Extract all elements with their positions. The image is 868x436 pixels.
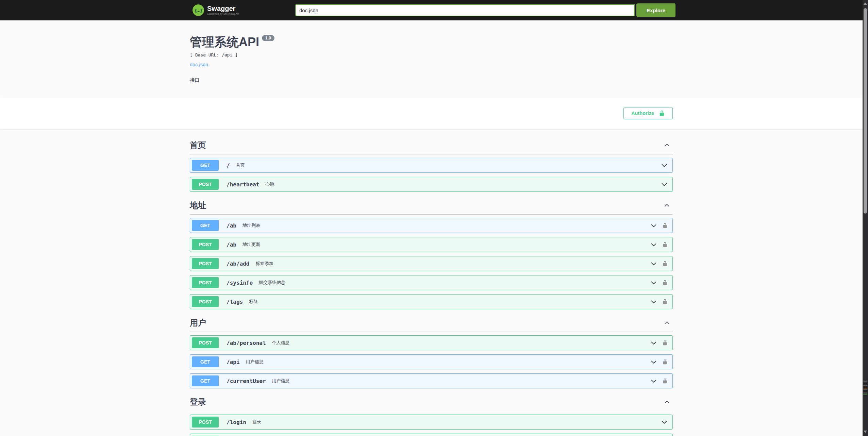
spec-json-link[interactable]: doc.json [190,62,208,67]
operation-row[interactable]: POST/ab/add标签添加 [190,256,673,271]
chevron-down-icon [650,260,657,267]
unlock-icon [659,110,665,116]
spec-url-form: Explore [295,3,675,17]
method-badge: POST [192,239,219,250]
topbar: {…} Swagger Supported by SMARTBEAR Explo… [0,0,868,20]
operation-summary: 登录 [252,419,261,425]
operation-path: /ab/personal [227,340,266,346]
chevron-down-icon [650,222,657,229]
operation-path: /sysinfo [227,280,253,286]
operation-row[interactable]: GET/ab地址列表 [190,218,673,233]
api-description: 接口 [190,77,673,83]
operations-area: 首页GET/首页POST/heartbeat心跳地址GET/ab地址列表POST… [0,129,863,436]
operation-summary: 提交系统信息 [259,280,285,286]
swagger-logo[interactable]: {…} Swagger Supported by SMARTBEAR [193,4,239,16]
scrollbar-thumb[interactable] [864,8,867,214]
lock-icon[interactable] [662,359,668,365]
operation-path: /ab/add [227,261,249,267]
operation-path: /currentUser [227,378,266,384]
method-badge: POST [192,179,219,190]
minimap-warning-mark [863,388,867,388]
authorize-label: Authorize [631,111,654,116]
tag-section: 用户POST/ab/personal个人信息GET/api用户信息GET/cur… [190,318,673,388]
swagger-logo-icon: {…} [193,4,204,16]
scrollbar[interactable] [863,0,868,436]
explore-button[interactable]: Explore [636,3,675,17]
lock-icon[interactable] [662,261,668,267]
chevron-up-icon [664,142,670,148]
scroll-down-icon[interactable] [864,431,867,433]
version-badge: 1.0 [262,35,274,41]
authorize-button[interactable]: Authorize [623,107,673,119]
method-badge: GET [192,160,219,171]
method-badge: POST [192,258,219,269]
logo-tagline: Supported by SMARTBEAR [207,13,239,15]
lock-icon[interactable] [662,280,668,286]
operation-path: /ab [227,241,236,248]
tag-header[interactable]: 首页 [190,140,673,154]
lock-icon[interactable] [662,378,668,384]
tag-title: 首页 [190,140,206,150]
method-badge: GET [192,375,219,386]
lock-icon[interactable] [662,340,668,346]
chevron-up-icon [664,202,670,208]
chevron-up-icon [664,399,670,405]
page: {…} Swagger Supported by SMARTBEAR Explo… [0,0,863,436]
chevron-down-icon [650,241,657,248]
tag-title: 用户 [190,318,206,328]
tag-header[interactable]: 用户 [190,318,673,332]
lock-icon[interactable] [662,222,668,229]
operation-row[interactable]: POST/heartbeat心跳 [190,177,673,192]
operation-row[interactable]: POST/login登录 [190,415,673,430]
operation-row[interactable]: GET/api用户信息 [190,354,673,369]
operation-summary: 用户信息 [272,378,290,384]
operation-row[interactable]: GET/currentUser用户信息 [190,373,673,388]
base-url: [ Base URL: /api ] [190,52,673,57]
scrollbar-minimap [863,380,867,396]
operation-row[interactable]: POST/login/outLogin登录状态 [190,434,673,436]
method-badge: GET [192,220,219,231]
method-badge: POST [192,337,219,348]
method-badge: POST [192,417,219,427]
chevron-down-icon [650,358,657,365]
logo-title: Swagger [207,5,239,12]
method-badge: POST [192,296,219,307]
info-section: 管理系统API1.0 [ Base URL: /api ] doc.json 接… [0,20,863,98]
chevron-down-icon [650,298,657,305]
operation-path: / [227,162,230,169]
operation-row[interactable]: POST/ab/personal个人信息 [190,335,673,350]
operation-path: /ab [227,222,236,229]
tag-header[interactable]: 登录 [190,397,673,411]
chevron-down-icon [650,279,657,286]
tag-title: 登录 [190,397,206,407]
api-title-text: 管理系统API [190,35,259,49]
operation-summary: 首页 [236,162,245,168]
lock-icon[interactable] [662,241,668,248]
operation-row[interactable]: GET/首页 [190,158,673,173]
operation-summary: 地址列表 [243,222,260,229]
tag-header[interactable]: 地址 [190,201,673,215]
tag-section: 地址GET/ab地址列表POST/ab地址更新POST/ab/add标签添加PO… [190,201,673,309]
operation-path: /api [227,359,240,365]
operation-summary: 个人信息 [272,340,290,346]
chevron-down-icon [650,339,657,346]
operation-path: /heartbeat [227,181,259,188]
tag-section: 登录POST/login登录POST/login/outLogin登录状态 [190,397,673,436]
scheme-container: Authorize [0,98,863,129]
operation-row[interactable]: POST/ab地址更新 [190,237,673,252]
method-badge: GET [192,356,219,367]
chevron-up-icon [664,320,670,326]
spec-url-input[interactable] [295,4,635,16]
tag-section: 首页GET/首页POST/heartbeat心跳 [190,140,673,192]
operation-path: /tags [227,299,243,305]
chevron-down-icon [661,419,668,425]
chevron-down-icon [650,378,657,384]
scroll-up-icon[interactable] [864,2,867,5]
operation-path: /login [227,419,246,425]
operation-row[interactable]: POST/sysinfo提交系统信息 [190,275,673,290]
lock-icon[interactable] [662,299,668,305]
operation-summary: 标签添加 [255,261,273,267]
operation-summary: 标签 [249,299,258,305]
operation-summary: 心跳 [265,181,274,187]
operation-row[interactable]: POST/tags标签 [190,294,673,309]
